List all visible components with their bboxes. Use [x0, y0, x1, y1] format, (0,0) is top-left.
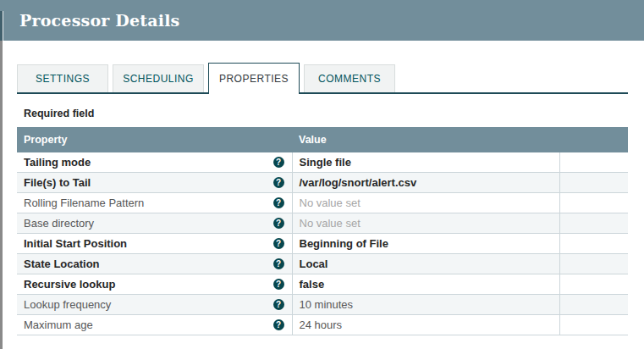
- property-name: File(s) to Tail: [24, 176, 273, 189]
- property-value: No value set: [300, 197, 361, 209]
- question-circle-icon[interactable]: ?: [273, 258, 284, 269]
- property-name: State Location: [24, 258, 273, 270]
- tab-properties[interactable]: PROPERTIES: [208, 63, 300, 94]
- question-circle-icon[interactable]: ?: [273, 279, 284, 290]
- tab-scheduling[interactable]: SCHEDULING: [113, 64, 204, 92]
- processor-details-dialog: Processor Details SETTINGS SCHEDULING PR…: [0, 0, 644, 349]
- extra-cell: [559, 295, 628, 315]
- tab-scheduling-label: SCHEDULING: [123, 73, 194, 85]
- property-row: Initial Start Position ? Beginning of Fi…: [17, 234, 628, 254]
- window-edge-strip: [0, 0, 3, 349]
- table-header-row: Property Value: [17, 127, 628, 152]
- property-row: Lookup frequency ? 10 minutes: [17, 295, 628, 315]
- property-row: Rolling Filename Pattern ? No value set: [17, 193, 628, 213]
- extra-cell: [559, 254, 628, 274]
- property-row: Tailing mode ? Single file: [17, 152, 628, 173]
- property-name: Initial Start Position: [24, 237, 273, 250]
- property-value: Local: [300, 258, 328, 270]
- property-row: Maximum age ? 24 hours: [17, 315, 628, 335]
- question-circle-icon[interactable]: ?: [273, 157, 284, 168]
- extra-cell: [559, 315, 628, 335]
- extra-cell: [559, 213, 628, 234]
- property-name: Recursive lookup: [24, 278, 273, 291]
- question-circle-icon[interactable]: ?: [273, 238, 284, 249]
- column-header-value: Value: [292, 127, 559, 152]
- property-name: Rolling Filename Pattern: [24, 197, 273, 209]
- property-name: Base directory: [24, 217, 273, 230]
- question-circle-icon[interactable]: ?: [273, 299, 284, 310]
- question-circle-icon[interactable]: ?: [273, 197, 284, 208]
- property-name: Tailing mode: [24, 156, 273, 169]
- extra-cell: [559, 173, 628, 193]
- extra-cell: [559, 274, 628, 295]
- property-value: 24 hours: [300, 319, 343, 331]
- question-circle-icon[interactable]: ?: [273, 319, 284, 330]
- property-row: Base directory ? No value set: [17, 213, 628, 234]
- property-value: 10 minutes: [300, 298, 354, 311]
- column-header-extra: [559, 127, 628, 152]
- extra-cell: [559, 152, 628, 173]
- required-field-note: Required field: [24, 108, 628, 119]
- property-value: false: [300, 278, 325, 291]
- dialog-title: Processor Details: [19, 11, 180, 30]
- extra-cell: [559, 234, 628, 254]
- property-row: State Location ? Local: [17, 254, 628, 274]
- column-header-property: Property: [17, 127, 292, 152]
- dialog-body: SETTINGS SCHEDULING PROPERTIES COMMENTS …: [0, 63, 644, 335]
- tab-settings[interactable]: SETTINGS: [17, 64, 108, 92]
- property-value: No value set: [300, 217, 361, 230]
- property-row: File(s) to Tail ? /var/log/snort/alert.c…: [17, 173, 628, 193]
- properties-table: Property Value Tailing mode ? Single fil…: [17, 127, 628, 335]
- property-name: Maximum age: [24, 319, 273, 331]
- tab-properties-label: PROPERTIES: [219, 73, 289, 85]
- property-name: Lookup frequency: [24, 298, 273, 311]
- property-value: Single file: [300, 156, 351, 169]
- question-circle-icon[interactable]: ?: [273, 177, 284, 188]
- tab-comments-label: COMMENTS: [318, 73, 381, 85]
- question-circle-icon[interactable]: ?: [273, 218, 284, 229]
- tab-settings-label: SETTINGS: [36, 73, 90, 85]
- property-value: /var/log/snort/alert.csv: [300, 176, 417, 189]
- tab-bar: SETTINGS SCHEDULING PROPERTIES COMMENTS: [17, 63, 628, 94]
- property-value: Beginning of File: [300, 237, 388, 250]
- extra-cell: [559, 193, 628, 213]
- dialog-header: Processor Details: [0, 0, 644, 41]
- property-row: Recursive lookup ? false: [17, 274, 628, 295]
- tab-comments[interactable]: COMMENTS: [304, 64, 395, 92]
